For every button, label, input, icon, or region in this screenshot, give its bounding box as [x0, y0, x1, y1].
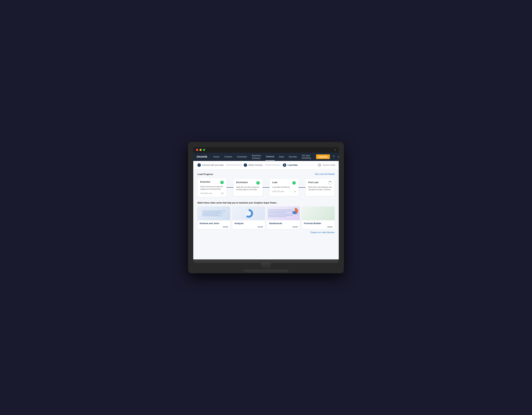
card-title-enrichment: Enrichment [236, 181, 248, 184]
pipeline-card-enrichment: Enrichment ✓ Apply ML and other advanced… [233, 179, 263, 196]
video-thumb-schema [197, 206, 230, 220]
video-card-label-schema: Schema and Joins [197, 220, 230, 225]
navbar: incorta Home Content Scheduler Business … [193, 153, 339, 161]
card-time-extraction: 23s [221, 193, 224, 194]
video-card-label-analyzer: Analyzer [232, 220, 265, 225]
card-title-load: Load [272, 181, 277, 184]
main-content: Load Progress See Load Job Details Extra… [193, 169, 339, 259]
monitor-shell: incorta Home Content Scheduler Business … [188, 142, 344, 273]
pipeline-card-extraction: Extraction ✓ Extract and load raw data i… [197, 178, 227, 197]
upgrade-button[interactable]: Upgrade [316, 154, 330, 159]
wizard-step-load: 3 Load Data [283, 163, 298, 167]
stand-neck [257, 263, 275, 270]
traffic-light-green[interactable] [203, 149, 205, 151]
video-thumb-dashboards [267, 206, 300, 220]
logo: incorta [197, 155, 207, 158]
load-progress-title: Load Progress [197, 173, 213, 175]
pipeline: Extraction ✓ Extract and load raw data i… [197, 178, 335, 197]
close-button[interactable]: × [334, 164, 335, 167]
step-label-load: Load Data [288, 164, 298, 166]
wizard-step-connect: ✓ Connect with your data [197, 163, 224, 167]
monitor-top-bar [193, 147, 339, 153]
nav-business-schema[interactable]: Business Schema [251, 153, 262, 162]
card-desc-enrichment: Apply ML and other advanced transformati… [236, 186, 260, 191]
explore-libraries-link[interactable]: Explore our video libraries [311, 231, 335, 234]
watermark-analyzer: incorta [258, 226, 263, 228]
monitor-top-circle [334, 149, 336, 151]
see-details-link[interactable]: See Load Job Details [315, 173, 335, 175]
stand-base [244, 270, 288, 273]
video-cards: Schema and Joins incorta Analyzer incort… [197, 206, 335, 229]
card-title-extraction: Extraction [200, 181, 210, 183]
nav-right: 162 days remaining Upgrade ? [302, 154, 339, 159]
video-card-dashboards[interactable]: Dashboards incorta [267, 206, 300, 229]
wizard: ✓ Connect with your data ✓ Define Schema… [193, 161, 339, 169]
card-status-extraction: ✓ [220, 181, 224, 184]
card-status-load: ✓ [292, 181, 296, 185]
nav-security[interactable]: Security [288, 153, 297, 160]
card-title-postload: Post Load [308, 181, 318, 184]
wizard-step-define: ✓ Define Schema [244, 163, 263, 167]
explore-link-container: Explore our video libraries [197, 231, 335, 234]
nav-content[interactable]: Content [224, 153, 233, 160]
video-section: Watch these video series that help you t… [197, 202, 335, 234]
video-thumb-analyzer [232, 206, 265, 220]
pipeline-card-postload: Post Load Build Direct Data Mapping and … [305, 179, 335, 196]
video-section-title: Watch these video series that help you t… [197, 202, 335, 204]
connector-3 [299, 187, 305, 188]
nav-home[interactable]: Home [213, 153, 220, 160]
video-card-analyzer[interactable]: Analyzer incorta [232, 206, 265, 229]
card-status-postload [328, 181, 332, 185]
card-rows-load: 4,501,797 rows [272, 191, 284, 193]
wizard-step-explore: 4 Explore Data [318, 163, 335, 167]
user-icon[interactable] [337, 154, 339, 159]
connector-1 [227, 187, 233, 188]
days-remaining: 162 days remaining [302, 154, 314, 159]
watermark-formula: incorta [327, 226, 332, 228]
card-desc-postload: Build Direct Data Mapping and calculate … [308, 186, 332, 191]
nav-scheduler[interactable]: Scheduler [236, 153, 248, 160]
traffic-light-red[interactable] [196, 149, 198, 151]
video-card-formula[interactable]: Formula Builder incorta [302, 206, 335, 229]
card-status-enrichment: ✓ [256, 181, 260, 185]
pipeline-card-load: Load ✓ Load data into Memory 4,501,797 r… [269, 179, 299, 196]
step-label-connect: Connect with your data [202, 164, 224, 166]
nav-links: Home Content Scheduler Business Schema S… [213, 153, 297, 162]
nav-schema[interactable]: Schema [265, 153, 275, 161]
step-label-define: Define Schema [248, 164, 263, 166]
help-icon[interactable]: ? [332, 154, 335, 159]
traffic-light-yellow[interactable] [200, 149, 202, 151]
video-card-schema[interactable]: Schema and Joins incorta [197, 206, 230, 229]
video-card-label-dashboards: Dashboards [267, 220, 300, 225]
card-desc-extraction: Extract and load raw data into staging a… [200, 185, 224, 190]
card-time-load: 2s [294, 191, 296, 193]
step-check-connect: ✓ [197, 163, 201, 167]
card-rows-extraction: 4,501,832 rows [200, 193, 212, 194]
nav-data[interactable]: Data [278, 153, 284, 160]
step-number-load: 3 [283, 163, 286, 167]
step-check-define: ✓ [244, 163, 247, 167]
monitor-stand [193, 263, 339, 273]
monitor-screen: incorta Home Content Scheduler Business … [193, 153, 339, 259]
step-number-explore: 4 [318, 163, 321, 167]
watermark-schema: incorta [223, 226, 228, 228]
video-card-label-formula: Formula Builder [302, 220, 335, 225]
card-desc-load: Load data into Memory [272, 186, 296, 188]
monitor-bottom [193, 259, 339, 263]
video-thumb-formula [302, 206, 335, 220]
load-progress-header: Load Progress See Load Job Details [197, 173, 335, 175]
watermark-dashboards: incorta [293, 226, 298, 228]
step-label-explore: Explore Data [323, 164, 335, 166]
connector-2 [263, 187, 269, 188]
